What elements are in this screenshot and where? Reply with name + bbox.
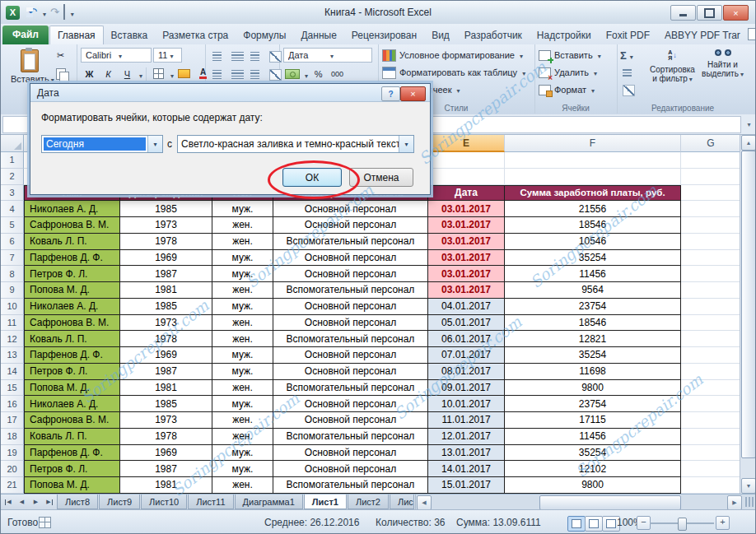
cell-B7[interactable]: 1969 [120, 250, 212, 267]
zoom-out-button[interactable]: − [637, 516, 651, 530]
cell-C11[interactable]: жен. [212, 315, 273, 332]
cell-G8[interactable] [681, 266, 741, 282]
fill-button[interactable] [620, 66, 637, 81]
cell-C8[interactable]: муж. [212, 266, 273, 282]
underline-menu-button[interactable] [138, 67, 142, 81]
row-header-9[interactable]: 9 [1, 282, 24, 299]
cell-G18[interactable] [681, 429, 741, 445]
cell-E19[interactable]: 13.01.2017 [428, 445, 505, 462]
chevron-down-icon[interactable] [147, 136, 162, 152]
scroll-down-button[interactable]: ▼ [741, 478, 756, 494]
cell-D6[interactable]: Вспомогательный персонал [273, 234, 428, 250]
cell-A7[interactable]: Парфенов Д. Ф. [24, 250, 120, 267]
cell-G3[interactable] [681, 185, 741, 202]
row-header-19[interactable]: 19 [1, 445, 24, 462]
cell-A6[interactable]: Коваль Л. П. [24, 234, 120, 250]
align-bottom-button[interactable] [248, 49, 265, 64]
cell-B13[interactable]: 1969 [120, 347, 212, 364]
cell-E12[interactable]: 06.01.2017 [428, 331, 505, 347]
column-header-G[interactable]: G [681, 135, 741, 152]
cell-F5[interactable]: 18546 [505, 217, 681, 234]
cell-F13[interactable]: 35254 [505, 347, 681, 364]
paste-button[interactable]: Вставить [11, 46, 49, 84]
sheet-tab-Лист9[interactable]: Лист9 [99, 495, 140, 509]
cell-E21[interactable]: 15.01.2017 [428, 477, 505, 494]
delete-cells-button[interactable]: Удалить [539, 64, 597, 81]
cell-E7[interactable]: 03.01.2017 [428, 250, 505, 267]
row-header-13[interactable]: 13 [1, 347, 24, 364]
row-header-21[interactable]: 21 [1, 477, 24, 494]
cell-C5[interactable]: жен. [212, 217, 273, 234]
ribbon-tab-Главная[interactable]: Главная [49, 26, 104, 44]
cell-F16[interactable]: 23754 [505, 396, 681, 412]
cell-C16[interactable]: муж. [212, 396, 273, 412]
cell-D5[interactable]: Основной персонал [273, 217, 428, 234]
ribbon-tab-ABBYY PDF Trar[interactable]: ABBYY PDF Trar [657, 27, 748, 44]
horizontal-scroll-thumb[interactable] [539, 495, 681, 510]
cell-E8[interactable]: 03.01.2017 [428, 266, 505, 282]
dialog-title-bar[interactable]: Дата ? × [30, 84, 430, 102]
cell-E4[interactable]: 03.01.2017 [428, 201, 505, 217]
cell-G19[interactable] [681, 445, 741, 462]
date-condition-select[interactable]: Сегодня [41, 135, 163, 153]
row-header-4[interactable]: 4 [1, 201, 24, 217]
cell-D4[interactable]: Основной персонал [273, 201, 428, 217]
cell-D13[interactable]: Основной персонал [273, 347, 428, 364]
row-header-5[interactable]: 5 [1, 217, 24, 234]
previous-sheet-button[interactable] [15, 495, 29, 509]
sheet-tab-Лис[interactable]: Лис [390, 495, 414, 509]
cell-F20[interactable]: 12102 [505, 461, 681, 477]
cell-G2[interactable] [681, 169, 741, 185]
cell-E13[interactable]: 07.01.2017 [428, 347, 505, 364]
cell-C12[interactable]: жен. [212, 331, 273, 347]
cut-button[interactable]: ✂ [52, 48, 69, 63]
cell-C9[interactable]: жен. [212, 282, 273, 299]
cell-D21[interactable]: Вспомогательный персонал [273, 477, 428, 494]
cell-G12[interactable] [681, 331, 741, 347]
scroll-left-button[interactable]: ◀ [417, 495, 432, 510]
cell-C18[interactable]: жен. [212, 429, 273, 445]
cell-G7[interactable] [681, 250, 741, 267]
font-family-select[interactable]: Calibri [81, 48, 152, 63]
cell-E6[interactable]: 03.01.2017 [428, 234, 505, 250]
cell-G17[interactable] [681, 412, 741, 429]
cell-F9[interactable]: 9564 [505, 282, 681, 299]
cell-C20[interactable]: муж. [212, 461, 273, 477]
align-middle-button[interactable] [229, 49, 246, 64]
cell-B5[interactable]: 1973 [120, 217, 212, 234]
fill-color-button[interactable] [175, 66, 193, 81]
cell-E17[interactable]: 11.01.2017 [428, 412, 505, 429]
cell-E3[interactable]: Дата [428, 185, 505, 202]
cell-A4[interactable]: Николаев А. Д. [24, 201, 120, 217]
row-header-3[interactable]: 3 [1, 185, 24, 202]
chevron-down-icon[interactable] [399, 136, 413, 152]
cell-A20[interactable]: Петров Ф. Л. [24, 461, 120, 477]
font-size-select[interactable]: 11 [153, 48, 182, 63]
zoom-slider-thumb[interactable] [678, 518, 687, 531]
row-header-17[interactable]: 17 [1, 412, 24, 429]
cell-F10[interactable]: 23754 [505, 299, 681, 315]
cell-A8[interactable]: Петров Ф. Л. [24, 266, 120, 282]
bold-button[interactable]: Ж [81, 66, 98, 81]
cell-A18[interactable]: Коваль Л. П. [24, 429, 120, 445]
cell-B15[interactable]: 1981 [120, 380, 212, 397]
cell-B19[interactable]: 1969 [120, 445, 212, 462]
cell-F15[interactable]: 9800 [505, 380, 681, 397]
cell-G16[interactable] [681, 396, 741, 412]
cell-C7[interactable]: муж. [212, 250, 273, 267]
cell-G11[interactable] [681, 315, 741, 332]
borders-button[interactable] [150, 66, 167, 81]
cell-G14[interactable] [681, 364, 741, 380]
cell-A9[interactable]: Попова М. Д. [24, 282, 120, 299]
cell-G20[interactable] [681, 461, 741, 477]
zoom-in-button[interactable]: + [716, 516, 730, 530]
cell-A11[interactable]: Сафронова В. М. [24, 315, 120, 332]
cell-D12[interactable]: Вспомогательный персонал [273, 331, 428, 347]
cell-B12[interactable]: 1978 [120, 331, 212, 347]
cell-G10[interactable] [681, 299, 741, 315]
copy-button[interactable] [52, 66, 69, 81]
cell-E18[interactable]: 12.01.2017 [428, 429, 505, 445]
cell-B4[interactable]: 1985 [120, 201, 212, 217]
sheet-tab-Лист1[interactable]: Лист1 [304, 495, 347, 509]
cell-D20[interactable]: Основной персонал [273, 461, 428, 477]
